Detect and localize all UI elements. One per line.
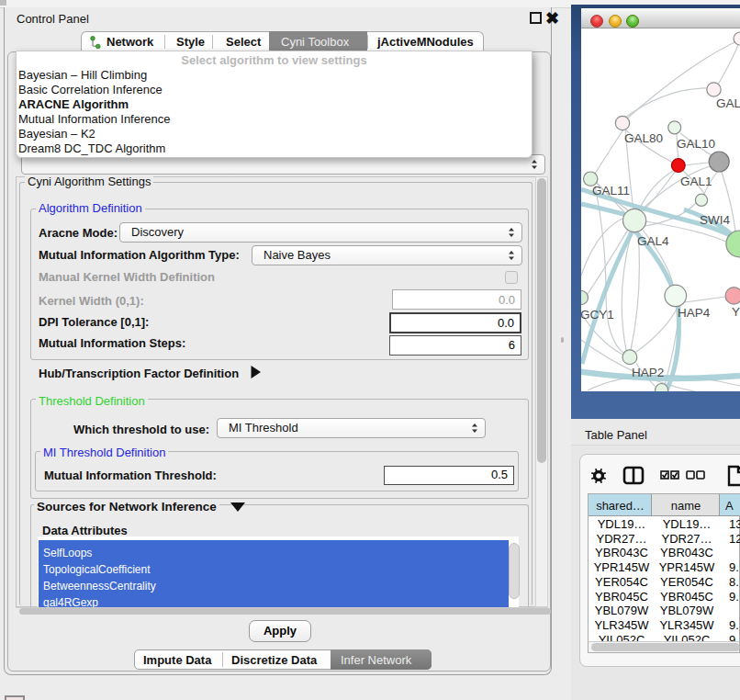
svg-text:Y: Y [732, 305, 740, 319]
svg-text:GAL80: GAL80 [624, 131, 663, 145]
svg-text:SWI4: SWI4 [700, 213, 730, 227]
svg-text:GAL11: GAL11 [592, 184, 630, 198]
svg-text:HAP2: HAP2 [632, 366, 664, 379]
svg-text:HAP4: HAP4 [678, 306, 711, 320]
svg-text:GAL1: GAL1 [680, 175, 712, 188]
svg-text:GAL: GAL [716, 96, 740, 110]
svg-text:GAL10: GAL10 [677, 137, 715, 151]
svg-text:GAL4: GAL4 [637, 234, 669, 248]
svg-text:GCY1: GCY1 [581, 308, 614, 322]
